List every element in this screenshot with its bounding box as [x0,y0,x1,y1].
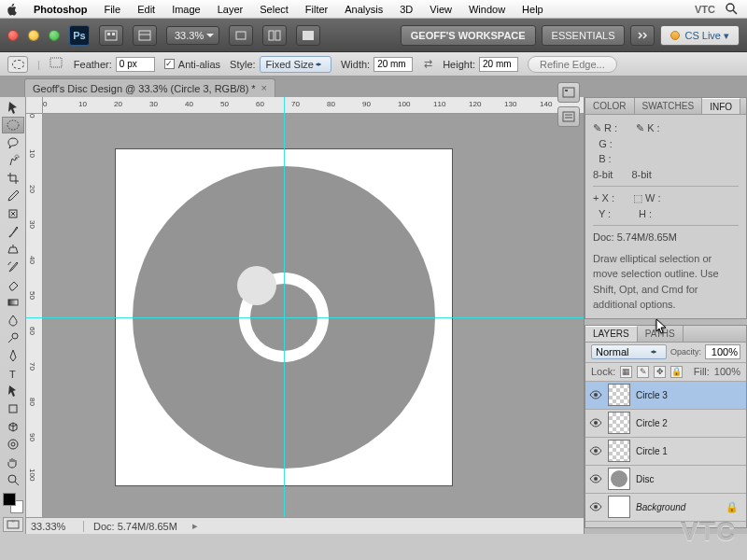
layer-thumbnail[interactable] [608,384,630,406]
window-zoom-icon[interactable] [49,30,60,41]
layer-name[interactable]: Circle 1 [636,446,668,456]
spotlight-icon[interactable] [725,2,738,17]
layer-thumbnail[interactable] [608,440,630,462]
menu-help[interactable]: Help [514,4,551,15]
quick-mask-button[interactable] [3,517,23,532]
visibility-icon[interactable] [589,500,602,513]
layer-name[interactable]: Circle 3 [636,390,668,400]
status-info-arrow-icon[interactable]: ▸ [192,520,198,532]
ruler-vertical[interactable]: 0102030405060708090100 [26,114,43,517]
antialias-checkbox[interactable]: ✓ [164,59,175,69]
width-input[interactable] [374,57,413,72]
3d-camera-tool[interactable] [2,436,24,453]
close-tab-icon[interactable]: × [259,82,270,93]
layer-row[interactable]: Circle 3 [585,382,746,410]
crop-tool[interactable] [2,170,24,187]
layer-thumbnail[interactable] [608,496,630,518]
menu-file[interactable]: File [96,4,128,15]
app-name[interactable]: Photoshop [26,4,94,15]
menu-window[interactable]: Window [461,4,513,15]
dock-minibridge-icon[interactable] [557,82,580,103]
menu-3d[interactable]: 3D [392,4,420,15]
cs-live-button[interactable]: CS Live▾ [660,25,740,46]
workspace-button[interactable]: GEOFF'S WORKSPACE [401,25,536,46]
pen-tool[interactable] [2,347,24,364]
lock-all-icon[interactable]: 🔒 [670,366,683,378]
current-tool-indicator[interactable] [7,56,28,73]
menu-image[interactable]: Image [164,4,208,15]
tab-paths[interactable]: PATHS [638,326,684,342]
quick-selection-tool[interactable] [2,152,24,169]
shape-tool[interactable] [2,400,24,417]
lock-pixels-icon[interactable]: ✎ [637,366,649,378]
layer-name[interactable]: Background [636,502,685,512]
opacity-input[interactable]: 100% [705,344,740,359]
document-tab[interactable]: Geoff's Disc Design @ 33.3% (Circle 3, R… [24,78,275,97]
layer-name[interactable]: Circle 2 [636,418,668,428]
dodge-tool[interactable] [2,329,24,346]
layer-row[interactable]: Circle 2 [585,410,746,438]
blend-mode-dropdown[interactable]: Normal [591,344,667,359]
layer-row[interactable]: Disc [585,466,746,494]
lock-position-icon[interactable]: ✥ [654,366,666,378]
foreground-color-swatch[interactable] [3,493,16,506]
swap-dimensions-icon[interactable]: ⇄ [422,58,433,71]
layer-row[interactable]: Circle 1 [585,438,746,466]
ruler-horizontal[interactable]: 0102030405060708090100110120130140 [43,97,584,114]
tab-color[interactable]: COLOR [585,98,635,114]
menu-edit[interactable]: Edit [130,4,162,15]
eraser-tool[interactable] [2,276,24,293]
blur-tool[interactable] [2,312,24,329]
menu-analysis[interactable]: Analysis [337,4,390,15]
workspace-expand-button[interactable] [630,25,655,46]
fill-input[interactable]: 100% [714,366,740,377]
view-extras-button[interactable] [229,25,253,46]
history-brush-tool[interactable] [2,259,24,275]
zoom-level-dropdown[interactable]: 33.3% [166,26,219,45]
style-dropdown[interactable]: Fixed Size [260,56,331,73]
tab-layers[interactable]: LAYERS [585,326,638,342]
lock-transparency-icon[interactable]: ▦ [620,366,632,378]
visibility-icon[interactable] [589,388,602,401]
menu-view[interactable]: View [422,4,459,15]
brush-tool[interactable] [2,223,24,240]
guide-horizontal[interactable] [26,317,584,318]
lasso-tool[interactable] [2,134,24,151]
height-input[interactable] [479,57,518,72]
hand-tool[interactable] [2,454,24,470]
launch-bridge-button[interactable] [99,25,123,46]
tab-swatches[interactable]: SWATCHES [635,98,703,114]
tab-info[interactable]: INFO [702,98,740,114]
eyedropper-tool[interactable] [2,188,24,204]
window-close-icon[interactable] [7,30,19,41]
visibility-icon[interactable] [589,444,602,457]
ruler-origin[interactable] [26,97,43,114]
gradient-tool[interactable] [2,294,24,311]
guide-vertical[interactable] [284,97,285,534]
menu-select[interactable]: Select [252,4,296,15]
selection-mode-new-icon[interactable] [49,57,64,72]
visibility-icon[interactable] [589,416,602,429]
zoom-tool[interactable] [2,471,24,488]
path-selection-tool[interactable] [2,383,24,399]
layer-name[interactable]: Disc [636,474,654,484]
clone-stamp-tool[interactable] [2,241,24,258]
essentials-button[interactable]: ESSENTIALS [542,25,626,46]
move-tool[interactable] [2,99,24,116]
feather-input[interactable] [116,57,155,72]
status-zoom[interactable]: 33.33% [26,521,84,532]
layer-thumbnail[interactable] [608,412,630,434]
layer-thumbnail[interactable] [608,468,630,490]
healing-brush-tool[interactable] [2,205,24,222]
visibility-icon[interactable] [589,472,602,485]
3d-tool[interactable] [2,418,24,435]
launch-minibridge-button[interactable] [133,25,157,46]
status-doc-info[interactable]: Doc: 5.74M/8.65M [84,521,187,532]
type-tool[interactable]: T [2,365,24,382]
screen-mode-button[interactable] [296,25,320,46]
refine-edge-button[interactable]: Refine Edge... [528,56,617,73]
apple-menu-icon[interactable] [6,3,19,16]
color-swatches[interactable] [3,493,23,513]
menu-layer[interactable]: Layer [210,4,251,15]
window-minimize-icon[interactable] [28,30,39,41]
